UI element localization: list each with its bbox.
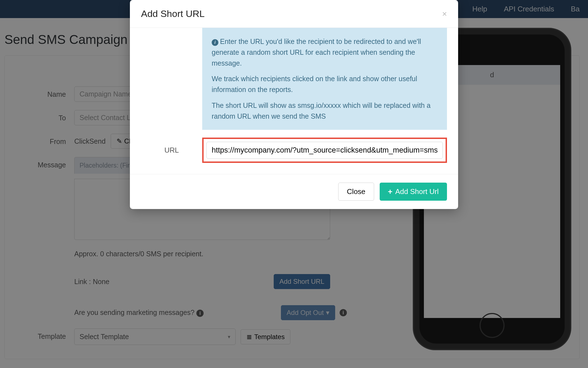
add-short-url-modal: Add Short URL × iEnter the URL you'd lik… bbox=[130, 0, 458, 209]
info-box: iEnter the URL you'd like the recipient … bbox=[202, 28, 447, 130]
close-icon[interactable]: × bbox=[442, 9, 447, 19]
plus-icon: + bbox=[388, 187, 392, 196]
url-input-highlight bbox=[202, 138, 447, 163]
info-p1: Enter the URL you'd like the recipient t… bbox=[212, 38, 421, 67]
info-p3: The short URL will show as smsg.io/xxxxx… bbox=[212, 100, 438, 122]
modal-close-button[interactable]: Close bbox=[338, 183, 374, 201]
modal-title: Add Short URL bbox=[141, 8, 205, 19]
info-circle-icon: i bbox=[212, 39, 218, 46]
url-label: URL bbox=[141, 146, 202, 155]
url-input[interactable] bbox=[206, 142, 443, 159]
modal-submit-label: Add Short Url bbox=[395, 187, 439, 196]
info-p2: We track which recipients clicked on the… bbox=[212, 73, 438, 95]
modal-submit-button[interactable]: + Add Short Url bbox=[380, 183, 447, 201]
